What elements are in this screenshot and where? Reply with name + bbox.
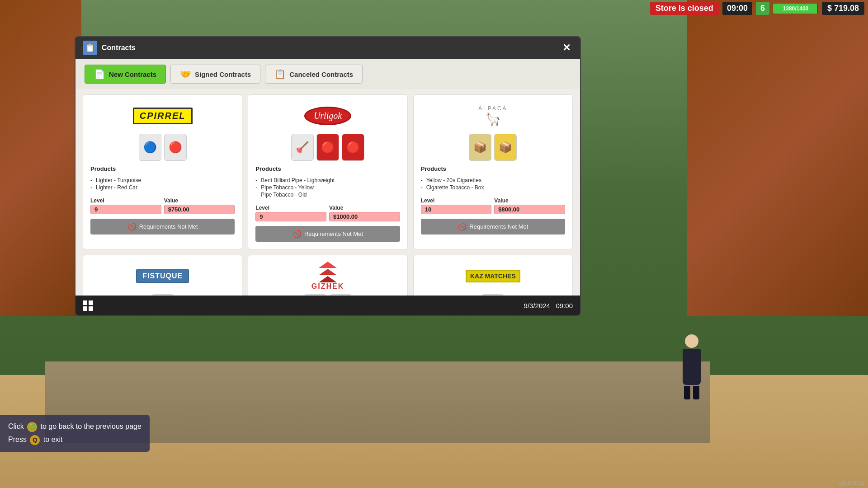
modal-title-left: 📋 Contracts	[83, 41, 136, 55]
product-img-tobacco-yellow: 🔴	[316, 134, 339, 161]
person-leg-right	[693, 386, 699, 399]
cpirrel-value-label: Value	[164, 197, 235, 204]
cpirrel-logo-text: CPIRREL	[133, 108, 193, 124]
contracts-icon: 📋	[83, 41, 97, 55]
modal-close-button[interactable]: ✕	[560, 42, 573, 54]
top-hud: Store is closed 09:00 6 1380/1400 $ 719.…	[646, 0, 868, 17]
gizhek-chevron-1	[319, 262, 337, 268]
cpirrel-level-label: Level	[90, 197, 161, 204]
list-item: Pipe Tobacco - Old	[255, 191, 400, 198]
urligok-level-value: 9	[255, 212, 326, 221]
hud-time: 09:00	[722, 2, 752, 15]
modal-tabs: 📄 New Contracts 🤝 Signed Contracts 📋 Can…	[75, 59, 580, 89]
modal-titlebar: 📋 Contracts ✕	[75, 37, 580, 59]
grid-dot-4	[89, 306, 93, 311]
hud-exp-text: 1380/1400	[773, 4, 818, 14]
alpaca-product-images: 📦 📦	[421, 134, 565, 161]
bottom-hints: Click 🟢 to go back to the previous page …	[0, 415, 150, 452]
person-legs	[678, 386, 705, 399]
urligok-value-label: Value	[329, 205, 400, 211]
urligok-req-label: Requirements Not Met	[304, 230, 363, 237]
version-label: v[0.0.019]	[839, 479, 864, 486]
hint-back: Click 🟢 to go back to the previous page	[8, 420, 142, 433]
product-img-pipe: 🪠	[291, 134, 314, 161]
cpirrel-level-group: Level 9	[90, 197, 161, 214]
canceled-contracts-icon: 📋	[274, 69, 286, 80]
product-img-cig-box: 📦	[494, 134, 517, 161]
urligok-value-group: Value $1000.00	[329, 205, 400, 221]
fistuque-logo-text: FISTUQUE	[136, 269, 189, 283]
tab-signed-contracts-label: Signed Contracts	[195, 70, 251, 78]
gizhek-chevrons	[319, 262, 337, 282]
tab-signed-contracts[interactable]: 🤝 Signed Contracts	[170, 65, 260, 84]
modal-title: Contracts	[102, 44, 136, 52]
alpaca-stats: Level 10 Value $800.00	[421, 197, 565, 214]
footer-datetime: 9/3/2024 09:00	[524, 302, 573, 310]
person-head	[685, 334, 698, 348]
gizhek-logo: GIZHEK	[255, 263, 400, 290]
building-left	[0, 0, 81, 316]
urligok-products-label: Products	[255, 165, 400, 172]
signed-contracts-icon: 🤝	[180, 69, 191, 80]
urligok-logo-text: Urligok	[304, 107, 351, 125]
cpirrel-requirements-button[interactable]: 🚫 Requirements Not Met	[90, 219, 235, 235]
hud-level: 6	[756, 2, 769, 15]
modal-content: CPIRREL 🔵 🔴 Products Lighter - Turquoise…	[75, 89, 580, 316]
alpaca-value-group: Value $800.00	[494, 197, 565, 214]
list-item: Yellow - 20s Cigarettes	[421, 177, 565, 184]
contract-card-urligok: Urligok 🪠 🔴 🔴 Products Bent Billiard Pip…	[248, 94, 407, 249]
alpaca-level-value: 10	[421, 205, 492, 214]
list-item: Lighter - Turquoise	[90, 177, 235, 184]
cpirrel-product-images: 🔵 🔴	[90, 134, 235, 161]
contract-card-cpirrel: CPIRREL 🔵 🔴 Products Lighter - Turquoise…	[83, 94, 242, 249]
alpaca-level-group: Level 10	[421, 197, 492, 214]
alpaca-animal-icon: 🦙	[485, 112, 501, 127]
tab-new-contracts[interactable]: 📄 New Contracts	[85, 65, 166, 84]
list-item: Cigarette Tobacco - Box	[421, 184, 565, 191]
cpirrel-value-value: $750.00	[164, 205, 235, 214]
modal-footer: 9/3/2024 09:00	[75, 296, 580, 315]
hud-exp-bar: 1380/1400	[773, 4, 818, 14]
kaz-logo: KAZ MATCHES	[421, 263, 565, 290]
cpirrel-req-label: Requirements Not Met	[139, 223, 198, 230]
urligok-product-list: Bent Billiard Pipe - Lightweight Pipe To…	[255, 177, 400, 198]
tab-canceled-contracts-label: Canceled Contracts	[289, 70, 353, 78]
contracts-grid: CPIRREL 🔵 🔴 Products Lighter - Turquoise…	[83, 94, 573, 316]
hint-exit: Press Q to exit	[8, 433, 142, 446]
alpaca-requirements-button[interactable]: 🚫 Requirements Not Met	[421, 219, 565, 235]
hud-money: $ 719.08	[822, 2, 864, 15]
gizhek-logo-text: GIZHEK	[311, 282, 344, 291]
alpaca-level-label: Level	[421, 197, 492, 204]
footer-time: 09:00	[556, 302, 573, 310]
cpirrel-logo: CPIRREL	[90, 102, 235, 129]
alpaca-product-list: Yellow - 20s Cigarettes Cigarette Tobacc…	[421, 177, 565, 191]
product-img-cigarettes: 📦	[469, 134, 491, 161]
building-right	[687, 0, 868, 316]
tab-canceled-contracts[interactable]: 📋 Canceled Contracts	[265, 65, 363, 84]
footer-date: 9/3/2024	[524, 302, 550, 310]
alpaca-req-label: Requirements Not Met	[469, 223, 528, 230]
store-status-badge: Store is closed	[650, 2, 719, 15]
gizhek-logo-content: GIZHEK	[311, 262, 344, 291]
req-not-met-icon: 🚫	[127, 222, 137, 231]
person-leg-left	[684, 386, 690, 399]
new-contracts-icon: 📄	[94, 69, 105, 80]
grid-dot-2	[89, 300, 93, 305]
req-not-met-icon-3: 🚫	[458, 222, 467, 231]
back-key-icon: 🟢	[27, 422, 37, 432]
urligok-requirements-button[interactable]: 🚫 Requirements Not Met	[255, 226, 400, 242]
alpaca-logo: ALPACA 🦙	[421, 102, 565, 129]
grid-dot-1	[83, 300, 87, 305]
gizhek-chevron-3	[319, 276, 337, 282]
grid-dot-3	[83, 306, 87, 311]
alpaca-products-label: Products	[421, 165, 565, 172]
person-body	[683, 349, 701, 385]
req-not-met-icon-2: 🚫	[292, 230, 302, 238]
list-item: Lighter - Red Car	[90, 184, 235, 191]
q-key: Q	[30, 435, 40, 445]
contracts-modal: 📋 Contracts ✕ 📄 New Contracts 🤝 Signed C…	[75, 36, 581, 316]
alpaca-logo-content: ALPACA 🦙	[478, 105, 507, 127]
background-person	[678, 334, 705, 398]
alpaca-logo-text: ALPACA	[478, 105, 507, 112]
product-img-lighter-red: 🔴	[164, 134, 187, 161]
